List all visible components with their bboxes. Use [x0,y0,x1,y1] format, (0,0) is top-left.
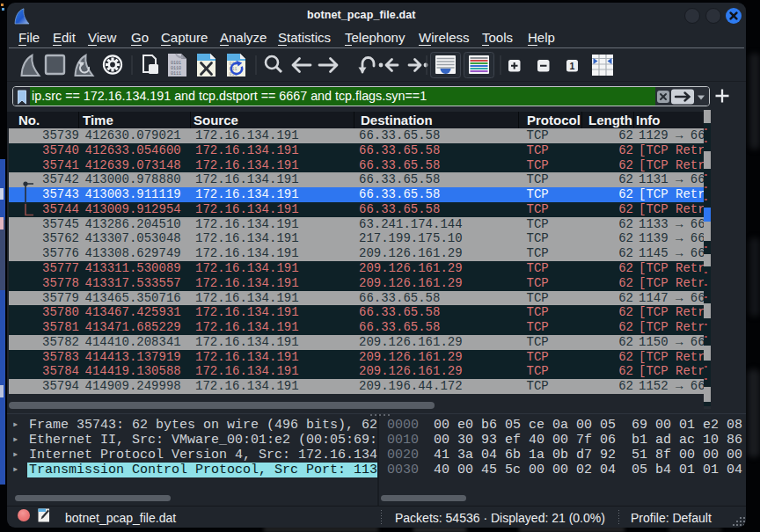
svg-text:1: 1 [570,61,575,71]
svg-text:0111: 0111 [171,71,181,77]
